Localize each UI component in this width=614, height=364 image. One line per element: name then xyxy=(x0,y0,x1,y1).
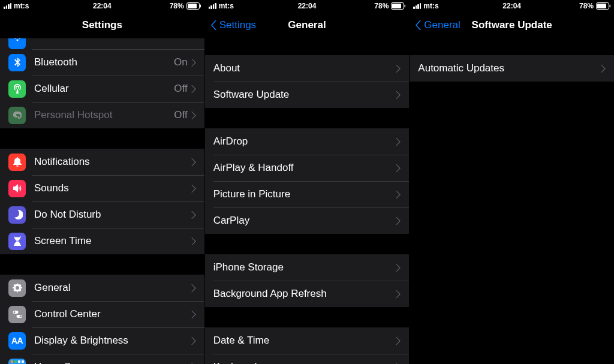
settings-row-general[interactable]: General xyxy=(0,275,204,301)
chevron-right-icon xyxy=(191,85,196,93)
row-label: Display & Brightness xyxy=(34,335,191,347)
svg-rect-9 xyxy=(610,5,611,8)
chevron-right-icon xyxy=(396,164,401,172)
back-label: General xyxy=(424,19,460,31)
back-button[interactable]: Settings xyxy=(210,19,256,31)
row-label: About xyxy=(213,62,396,74)
settings-row-sounds[interactable]: Sounds xyxy=(0,175,204,201)
chevron-right-icon xyxy=(191,211,196,219)
row-label: Bluetooth xyxy=(34,56,174,68)
settings-row-personal-hotspot[interactable]: Personal Hotspot Off xyxy=(0,102,204,128)
software-update-row-automatic-updates[interactable]: Automatic Updates xyxy=(410,55,614,82)
row-label: AirDrop xyxy=(213,136,396,148)
chevron-right-icon xyxy=(396,65,401,73)
status-bar: mt:s 22:04 78% xyxy=(205,0,410,12)
battery-icon xyxy=(391,2,405,10)
battery-percent: 78% xyxy=(374,2,389,10)
bluetooth-icon xyxy=(8,54,26,71)
wifi-icon xyxy=(441,3,450,9)
back-button[interactable]: General xyxy=(414,19,460,31)
row-label: Notifications xyxy=(34,156,191,168)
settings-pane: mt:s 22:04 78% Settings Bluetooth On xyxy=(0,0,204,364)
settings-row-home-screen[interactable]: Home Screen xyxy=(0,354,204,364)
row-label: Software Update xyxy=(213,89,396,101)
chevron-right-icon xyxy=(396,91,401,99)
gear-icon xyxy=(8,279,26,297)
carrier-label: mt:s xyxy=(14,2,29,10)
settings-row-notifications[interactable]: Notifications xyxy=(0,149,204,175)
row-label: Keyboard xyxy=(213,361,396,364)
nav-bar: General Software Update xyxy=(410,12,614,38)
row-label: Cellular xyxy=(34,83,174,95)
carrier-label: mt:s xyxy=(423,2,438,10)
row-label: Control Center xyxy=(34,308,191,320)
row-label: AirPlay & Handoff xyxy=(213,162,396,174)
software-update-pane: mt:s 22:04 78% General Software Update A… xyxy=(409,0,614,364)
general-row-software-update[interactable]: Software Update xyxy=(205,82,410,108)
clock: 22:04 xyxy=(502,2,521,10)
chevron-right-icon xyxy=(191,311,196,318)
signal-icon xyxy=(209,3,216,9)
settings-row-control-center[interactable]: Control Center xyxy=(0,301,204,327)
battery-percent: 78% xyxy=(170,2,184,10)
battery-percent: 78% xyxy=(579,2,594,10)
grid-icon xyxy=(8,359,26,365)
clock: 22:04 xyxy=(93,2,112,10)
bell-icon xyxy=(8,154,26,171)
chevron-right-icon xyxy=(601,65,606,73)
row-label: CarPlay xyxy=(213,215,396,227)
chevron-right-icon xyxy=(191,185,196,192)
antenna-icon xyxy=(8,80,26,98)
status-bar: mt:s 22:04 78% xyxy=(410,0,614,12)
page-title: General xyxy=(288,19,326,31)
chevron-right-icon xyxy=(396,337,401,345)
general-row-airplay-handoff[interactable]: AirPlay & Handoff xyxy=(205,155,410,181)
settings-row-bluetooth[interactable]: Bluetooth On xyxy=(0,49,204,76)
row-detail: Off xyxy=(174,109,187,121)
aa-icon: AA xyxy=(8,332,26,350)
chevron-right-icon xyxy=(396,264,401,272)
general-row-carplay[interactable]: CarPlay xyxy=(205,207,410,234)
settings-row-do-not-disturb[interactable]: Do Not Disturb xyxy=(0,201,204,228)
general-row-date-time[interactable]: Date & Time xyxy=(205,327,410,354)
chevron-right-icon xyxy=(396,290,401,298)
status-bar: mt:s 22:04 78% xyxy=(0,0,204,12)
svg-rect-6 xyxy=(405,5,406,8)
svg-rect-3 xyxy=(200,5,201,8)
general-row-picture-in-picture[interactable]: Picture in Picture xyxy=(205,181,410,207)
settings-row-wifi-partial[interactable] xyxy=(0,38,204,49)
hourglass-icon xyxy=(8,233,26,250)
chevron-right-icon xyxy=(396,217,401,225)
general-row-airdrop[interactable]: AirDrop xyxy=(205,128,410,155)
chevron-right-icon xyxy=(191,237,196,245)
general-row-about[interactable]: About xyxy=(205,55,410,82)
chevron-right-icon xyxy=(191,112,196,119)
settings-row-display-brightness[interactable]: AA Display & Brightness xyxy=(0,327,204,354)
general-row-iphone-storage[interactable]: iPhone Storage xyxy=(205,254,410,281)
settings-row-screen-time[interactable]: Screen Time xyxy=(0,228,204,254)
svg-rect-5 xyxy=(392,4,401,8)
chevron-right-icon xyxy=(191,284,196,292)
row-label: iPhone Storage xyxy=(213,261,396,273)
general-row-keyboard[interactable]: Keyboard xyxy=(205,354,410,364)
chevron-right-icon xyxy=(396,191,401,198)
wifi-icon xyxy=(236,3,245,9)
row-label: Do Not Disturb xyxy=(34,209,191,221)
row-label: Sounds xyxy=(34,182,191,194)
row-detail: On xyxy=(174,56,188,68)
link-icon xyxy=(8,107,26,124)
general-row-background-app-refresh[interactable]: Background App Refresh xyxy=(205,281,410,307)
speaker-icon xyxy=(8,180,26,197)
chevron-right-icon xyxy=(191,59,196,67)
moon-icon xyxy=(8,206,26,224)
battery-icon xyxy=(186,2,201,10)
settings-row-cellular[interactable]: Cellular Off xyxy=(0,76,204,102)
signal-icon xyxy=(413,3,421,9)
switches-icon xyxy=(8,306,26,323)
row-label: Home Screen xyxy=(34,361,191,364)
svg-rect-8 xyxy=(597,4,606,8)
battery-icon xyxy=(596,2,610,10)
row-label: Date & Time xyxy=(213,335,396,347)
chevron-right-icon xyxy=(191,158,196,166)
general-pane: mt:s 22:04 78% Settings General About So… xyxy=(204,0,410,364)
